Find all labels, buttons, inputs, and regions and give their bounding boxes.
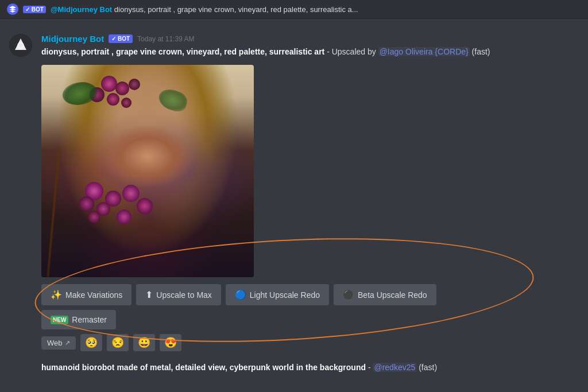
beta-upscale-icon: ⚫ xyxy=(343,289,354,300)
message-timestamp: Today at 11:39 AM xyxy=(137,35,194,43)
external-link-icon: ↗ xyxy=(65,339,70,347)
reaction-bar: Web ↗ 🥺 😒 😀 😍 xyxy=(41,334,579,351)
notification-bot-badge: ✓ BOT xyxy=(23,6,46,13)
web-label: Web xyxy=(47,339,63,347)
reaction-emoji-4[interactable]: 😍 xyxy=(160,334,181,351)
speed-tag: (fast) xyxy=(472,47,490,56)
beta-upscale-redo-label: Beta Upscale Redo xyxy=(358,290,427,300)
light-upscale-redo-label: Light Upscale Redo xyxy=(250,290,320,300)
prompt-text: dionysus, portrait , grape vine crown, v… xyxy=(41,47,324,56)
notification-bar: ✓ BOT @Midjourney Bot dionysus, portrait… xyxy=(0,0,588,19)
bot-avatar xyxy=(9,34,32,57)
remaster-label: Remaster xyxy=(72,315,107,324)
notification-preview: dionysus, portrait , grape vine crown, v… xyxy=(114,5,358,14)
make-variations-button[interactable]: ✨ Make Variations xyxy=(41,284,131,305)
sparkles-icon: ✨ xyxy=(51,289,62,300)
generated-image xyxy=(41,65,254,277)
new-badge: NEW xyxy=(51,316,68,324)
upscale-icon: ⬆ xyxy=(145,289,153,300)
bot-badge: ✓ BOT xyxy=(109,34,133,43)
bot-username: Midjourney Bot xyxy=(41,34,104,44)
user-mention: @Iago Oliveira {CORDe} xyxy=(378,47,470,56)
next-message-preview: humanoid biorobot made of metal, detaile… xyxy=(9,356,579,372)
image-container xyxy=(41,65,579,277)
remaster-button[interactable]: NEW Remaster xyxy=(41,310,116,329)
message-content: Midjourney Bot ✓ BOT Today at 11:39 AM d… xyxy=(41,34,579,351)
light-upscale-icon: 🔵 xyxy=(235,289,246,300)
upscale-to-max-label: Upscale to Max xyxy=(156,290,211,300)
reaction-emoji-3[interactable]: 😀 xyxy=(133,334,155,351)
message-text: dionysus, portrait , grape vine crown, v… xyxy=(41,46,579,58)
action-button-group: ✨ Make Variations ⬆ Upscale to Max 🔵 Lig… xyxy=(41,284,579,305)
next-message-speed: (fast) xyxy=(419,363,437,372)
upscale-info: - Upscaled by xyxy=(327,47,376,56)
light-upscale-redo-button[interactable]: 🔵 Light Upscale Redo xyxy=(226,284,329,305)
notification-bot-avatar xyxy=(7,3,18,15)
beta-upscale-redo-button[interactable]: ⚫ Beta Upscale Redo xyxy=(334,284,436,305)
message-header: Midjourney Bot ✓ BOT Today at 11:39 AM xyxy=(41,34,579,44)
notification-text: @Midjourney Bot dionysus, portrait , gra… xyxy=(51,5,358,14)
next-message-mention: @redkev25 xyxy=(373,363,416,372)
message-row: Midjourney Bot ✓ BOT Today at 11:39 AM d… xyxy=(9,25,579,356)
upscale-to-max-button[interactable]: ⬆ Upscale to Max xyxy=(136,284,220,305)
reaction-emoji-2[interactable]: 😒 xyxy=(107,334,129,351)
action-button-group-2: NEW Remaster xyxy=(41,310,579,329)
next-message-text: humanoid biorobot made of metal, detaile… xyxy=(41,363,366,372)
notification-username: @Midjourney Bot xyxy=(51,5,112,14)
reaction-emoji-1[interactable]: 🥺 xyxy=(80,334,102,351)
web-button[interactable]: Web ↗ xyxy=(41,336,76,350)
make-variations-label: Make Variations xyxy=(65,290,122,300)
